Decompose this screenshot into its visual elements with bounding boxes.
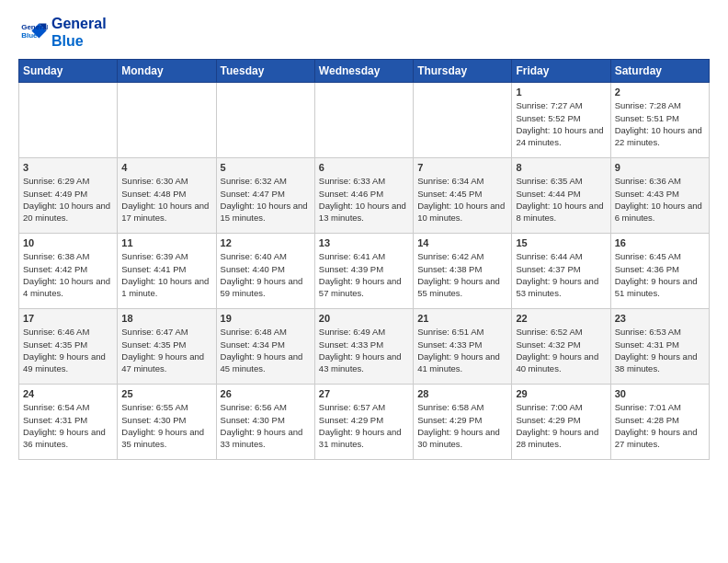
calendar-cell: 3Sunrise: 6:29 AM Sunset: 4:49 PM Daylig… bbox=[19, 158, 118, 234]
day-info: Sunrise: 6:46 AM Sunset: 4:35 PM Dayligh… bbox=[23, 326, 113, 374]
calendar-cell: 16Sunrise: 6:45 AM Sunset: 4:36 PM Dayli… bbox=[610, 234, 709, 309]
calendar-cell: 4Sunrise: 6:30 AM Sunset: 4:48 PM Daylig… bbox=[118, 158, 216, 234]
logo-text: General Blue bbox=[51, 15, 107, 50]
day-number: 1 bbox=[516, 86, 606, 98]
calendar-cell: 21Sunrise: 6:51 AM Sunset: 4:33 PM Dayli… bbox=[414, 309, 512, 385]
day-number: 20 bbox=[319, 313, 409, 324]
calendar-header-thursday: Thursday bbox=[414, 60, 512, 83]
calendar-week-2: 3Sunrise: 6:29 AM Sunset: 4:49 PM Daylig… bbox=[19, 158, 710, 234]
day-info: Sunrise: 6:47 AM Sunset: 4:35 PM Dayligh… bbox=[121, 326, 211, 374]
calendar-cell: 14Sunrise: 6:42 AM Sunset: 4:38 PM Dayli… bbox=[414, 234, 512, 309]
day-number: 28 bbox=[417, 388, 507, 399]
day-number: 26 bbox=[221, 388, 311, 399]
calendar-cell: 25Sunrise: 6:55 AM Sunset: 4:30 PM Dayli… bbox=[118, 385, 216, 460]
calendar-cell: 19Sunrise: 6:48 AM Sunset: 4:34 PM Dayli… bbox=[216, 309, 314, 385]
day-number: 14 bbox=[417, 237, 507, 248]
day-number: 8 bbox=[516, 162, 606, 173]
logo-icon: General Blue bbox=[18, 17, 48, 47]
day-info: Sunrise: 7:00 AM Sunset: 4:29 PM Dayligh… bbox=[516, 401, 606, 450]
day-info: Sunrise: 6:29 AM Sunset: 4:49 PM Dayligh… bbox=[23, 175, 113, 224]
calendar-cell: 9Sunrise: 6:36 AM Sunset: 4:43 PM Daylig… bbox=[610, 158, 709, 234]
day-number: 29 bbox=[516, 388, 606, 399]
calendar-header-saturday: Saturday bbox=[610, 60, 709, 83]
calendar-cell: 27Sunrise: 6:57 AM Sunset: 4:29 PM Dayli… bbox=[314, 385, 413, 460]
calendar-cell: 7Sunrise: 6:34 AM Sunset: 4:45 PM Daylig… bbox=[414, 158, 512, 234]
calendar-cell: 12Sunrise: 6:40 AM Sunset: 4:40 PM Dayli… bbox=[216, 234, 314, 309]
calendar-cell bbox=[414, 83, 512, 158]
calendar-week-4: 17Sunrise: 6:46 AM Sunset: 4:35 PM Dayli… bbox=[19, 309, 710, 385]
calendar-week-3: 10Sunrise: 6:38 AM Sunset: 4:42 PM Dayli… bbox=[19, 234, 710, 309]
day-info: Sunrise: 6:34 AM Sunset: 4:45 PM Dayligh… bbox=[417, 175, 507, 224]
day-number: 9 bbox=[615, 162, 705, 173]
day-info: Sunrise: 6:44 AM Sunset: 4:37 PM Dayligh… bbox=[516, 250, 606, 299]
day-info: Sunrise: 6:57 AM Sunset: 4:29 PM Dayligh… bbox=[319, 401, 409, 450]
day-info: Sunrise: 6:55 AM Sunset: 4:30 PM Dayligh… bbox=[121, 401, 211, 450]
day-number: 22 bbox=[516, 313, 606, 324]
day-number: 13 bbox=[319, 237, 409, 248]
svg-text:General: General bbox=[21, 23, 48, 31]
calendar-cell: 29Sunrise: 7:00 AM Sunset: 4:29 PM Dayli… bbox=[512, 385, 610, 460]
calendar-header-row: SundayMondayTuesdayWednesdayThursdayFrid… bbox=[19, 60, 710, 83]
day-info: Sunrise: 6:35 AM Sunset: 4:44 PM Dayligh… bbox=[516, 175, 606, 224]
calendar-cell: 22Sunrise: 6:52 AM Sunset: 4:32 PM Dayli… bbox=[512, 309, 610, 385]
svg-text:Blue: Blue bbox=[21, 32, 38, 40]
day-info: Sunrise: 6:52 AM Sunset: 4:32 PM Dayligh… bbox=[516, 326, 606, 374]
day-info: Sunrise: 7:27 AM Sunset: 5:52 PM Dayligh… bbox=[516, 99, 606, 148]
calendar-header-tuesday: Tuesday bbox=[216, 60, 314, 83]
day-number: 11 bbox=[121, 237, 211, 248]
day-number: 18 bbox=[121, 313, 211, 324]
calendar-cell bbox=[118, 83, 216, 158]
calendar-cell: 18Sunrise: 6:47 AM Sunset: 4:35 PM Dayli… bbox=[118, 309, 216, 385]
calendar-cell: 2Sunrise: 7:28 AM Sunset: 5:51 PM Daylig… bbox=[610, 83, 709, 158]
calendar-week-1: 1Sunrise: 7:27 AM Sunset: 5:52 PM Daylig… bbox=[19, 83, 710, 158]
day-info: Sunrise: 6:48 AM Sunset: 4:34 PM Dayligh… bbox=[221, 326, 311, 374]
day-info: Sunrise: 6:42 AM Sunset: 4:38 PM Dayligh… bbox=[417, 250, 507, 299]
calendar-cell: 5Sunrise: 6:32 AM Sunset: 4:47 PM Daylig… bbox=[216, 158, 314, 234]
day-info: Sunrise: 6:41 AM Sunset: 4:39 PM Dayligh… bbox=[319, 250, 409, 299]
calendar-cell bbox=[19, 83, 118, 158]
day-info: Sunrise: 6:45 AM Sunset: 4:36 PM Dayligh… bbox=[615, 250, 705, 299]
day-info: Sunrise: 7:28 AM Sunset: 5:51 PM Dayligh… bbox=[615, 99, 705, 148]
day-info: Sunrise: 6:53 AM Sunset: 4:31 PM Dayligh… bbox=[615, 326, 705, 374]
calendar-header-sunday: Sunday bbox=[19, 60, 118, 83]
calendar-cell: 10Sunrise: 6:38 AM Sunset: 4:42 PM Dayli… bbox=[19, 234, 118, 309]
calendar-cell: 30Sunrise: 7:01 AM Sunset: 4:28 PM Dayli… bbox=[610, 385, 709, 460]
calendar-cell: 23Sunrise: 6:53 AM Sunset: 4:31 PM Dayli… bbox=[610, 309, 709, 385]
day-number: 30 bbox=[615, 388, 705, 399]
day-number: 7 bbox=[417, 162, 507, 173]
day-info: Sunrise: 6:49 AM Sunset: 4:33 PM Dayligh… bbox=[319, 326, 409, 374]
header: General Blue General Blue bbox=[18, 15, 710, 50]
day-number: 24 bbox=[23, 388, 113, 399]
day-info: Sunrise: 6:33 AM Sunset: 4:46 PM Dayligh… bbox=[319, 175, 409, 224]
calendar-cell bbox=[216, 83, 314, 158]
page: General Blue General Blue SundayMondayTu… bbox=[0, 0, 728, 563]
day-info: Sunrise: 6:40 AM Sunset: 4:40 PM Dayligh… bbox=[221, 250, 311, 299]
calendar-cell bbox=[314, 83, 413, 158]
calendar-cell: 17Sunrise: 6:46 AM Sunset: 4:35 PM Dayli… bbox=[19, 309, 118, 385]
day-number: 4 bbox=[121, 162, 211, 173]
calendar-header-monday: Monday bbox=[118, 60, 216, 83]
day-info: Sunrise: 6:32 AM Sunset: 4:47 PM Dayligh… bbox=[221, 175, 311, 224]
day-info: Sunrise: 6:56 AM Sunset: 4:30 PM Dayligh… bbox=[221, 401, 311, 450]
calendar-header-friday: Friday bbox=[512, 60, 610, 83]
day-number: 15 bbox=[516, 237, 606, 248]
calendar-cell: 20Sunrise: 6:49 AM Sunset: 4:33 PM Dayli… bbox=[314, 309, 413, 385]
day-number: 2 bbox=[615, 86, 705, 98]
calendar-cell: 28Sunrise: 6:58 AM Sunset: 4:29 PM Dayli… bbox=[414, 385, 512, 460]
day-number: 21 bbox=[417, 313, 507, 324]
day-number: 12 bbox=[221, 237, 311, 248]
day-info: Sunrise: 7:01 AM Sunset: 4:28 PM Dayligh… bbox=[615, 401, 705, 450]
day-number: 19 bbox=[221, 313, 311, 324]
calendar-cell: 11Sunrise: 6:39 AM Sunset: 4:41 PM Dayli… bbox=[118, 234, 216, 309]
calendar-cell: 1Sunrise: 7:27 AM Sunset: 5:52 PM Daylig… bbox=[512, 83, 610, 158]
calendar-header-wednesday: Wednesday bbox=[314, 60, 413, 83]
calendar-cell: 24Sunrise: 6:54 AM Sunset: 4:31 PM Dayli… bbox=[19, 385, 118, 460]
day-number: 3 bbox=[23, 162, 113, 173]
day-info: Sunrise: 6:58 AM Sunset: 4:29 PM Dayligh… bbox=[417, 401, 507, 450]
day-number: 27 bbox=[319, 388, 409, 399]
day-number: 6 bbox=[319, 162, 409, 173]
calendar-cell: 15Sunrise: 6:44 AM Sunset: 4:37 PM Dayli… bbox=[512, 234, 610, 309]
calendar-week-5: 24Sunrise: 6:54 AM Sunset: 4:31 PM Dayli… bbox=[19, 385, 710, 460]
logo: General Blue General Blue bbox=[18, 15, 107, 50]
calendar-cell: 8Sunrise: 6:35 AM Sunset: 4:44 PM Daylig… bbox=[512, 158, 610, 234]
